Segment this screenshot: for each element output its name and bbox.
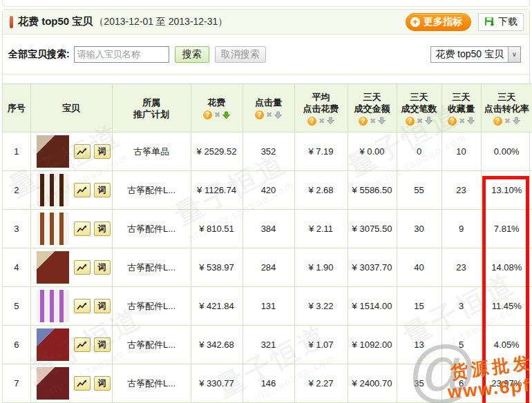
trend-chart-button[interactable]: [74, 299, 91, 313]
trend-chart-icon: [77, 340, 87, 349]
cell-avg-cpc: ¥ 2.68: [294, 171, 348, 210]
column-header-0: 序号: [3, 84, 30, 132]
help-icon[interactable]: ?: [448, 117, 457, 126]
trend-chart-button[interactable]: [74, 222, 91, 236]
keyword-button[interactable]: 词: [94, 299, 111, 313]
sort-down-icon[interactable]: [327, 117, 334, 125]
cell-avg-cpc: ¥ 2.27: [294, 364, 348, 403]
cell-amount: ¥ 0.00: [348, 132, 397, 171]
table-row: 3词古筝配件L...¥ 810.51384¥ 2.11¥ 3075.503097…: [3, 210, 532, 248]
trend-chart-button[interactable]: [74, 376, 91, 391]
product-thumbnail[interactable]: [37, 135, 69, 168]
product-thumbnail[interactable]: [37, 290, 69, 322]
more-metrics-button[interactable]: + 更多指标: [406, 13, 471, 31]
column-header-3[interactable]: 花费?✖: [191, 84, 243, 132]
column-header-7[interactable]: 三天成交笔数?✖: [397, 84, 441, 132]
remove-metric-icon[interactable]: ✖: [266, 110, 272, 119]
cell-product: 词: [30, 248, 112, 287]
cell-spend: ¥ 810.51: [191, 210, 243, 248]
remove-metric-icon[interactable]: ✖: [370, 117, 376, 126]
help-icon[interactable]: ?: [406, 117, 415, 126]
cell-avg-cpc: ¥ 1.90: [294, 248, 348, 287]
product-search-input[interactable]: [74, 46, 169, 63]
trend-chart-icon: [77, 224, 87, 233]
sort-down-icon[interactable]: [513, 117, 520, 125]
report-type-select[interactable]: 花费 top50 宝贝 ∨: [430, 46, 521, 63]
help-icon[interactable]: ?: [359, 117, 368, 126]
cell-campaign: 古筝配件L...: [112, 248, 191, 287]
table-row: 1词古筝单品¥ 2529.52352¥ 7.19¥ 0.000100.00%: [3, 132, 532, 171]
table-header-row: 序号宝贝所属推广计划花费?✖点击量?✖平均点击花费?✖三天成交金额?✖三天成交笔…: [3, 84, 532, 132]
product-thumbnail[interactable]: [37, 213, 69, 245]
search-section: 全部宝贝搜索: 搜索 取消搜索 花费 top50 宝贝 ∨: [3, 35, 529, 75]
trend-chart-button[interactable]: [74, 337, 91, 352]
keyword-button[interactable]: 词: [94, 222, 111, 236]
help-icon[interactable]: ?: [307, 117, 316, 126]
cell-clicks: 284: [243, 248, 294, 287]
keyword-button[interactable]: 词: [94, 260, 111, 275]
remove-metric-icon[interactable]: ✖: [504, 117, 511, 126]
cell-amount: ¥ 1514.00: [348, 287, 397, 326]
cell-campaign: 古筝配件L...: [112, 171, 191, 210]
keyword-button[interactable]: 词: [94, 183, 111, 197]
cell-clicks: 321: [243, 326, 294, 364]
help-icon[interactable]: ?: [255, 110, 264, 119]
sort-down-icon[interactable]: [467, 117, 475, 125]
remove-metric-icon[interactable]: ✖: [417, 117, 423, 126]
report-title: 花费 top50 宝贝: [18, 15, 93, 28]
cell-avg-cpc: ¥ 3.22: [294, 287, 348, 326]
keyword-button[interactable]: 词: [94, 144, 111, 159]
trend-chart-icon: [77, 379, 87, 388]
previous-panel-bottom-edge: [2, 0, 530, 7]
cell-avg-cpc: ¥ 2.11: [294, 210, 348, 248]
cell-orders: 0: [397, 132, 441, 171]
column-header-9[interactable]: 三天点击转化率?✖: [481, 84, 532, 132]
trend-chart-button[interactable]: [74, 183, 91, 197]
remove-metric-icon[interactable]: ✖: [459, 117, 465, 126]
trend-chart-icon: [77, 302, 87, 311]
cell-orders: 40: [397, 248, 441, 287]
cancel-search-button[interactable]: 取消搜索: [215, 46, 266, 63]
column-header-4[interactable]: 点击量?✖: [243, 84, 294, 132]
plus-icon: +: [410, 17, 420, 27]
sort-down-icon[interactable]: [222, 111, 230, 119]
help-icon[interactable]: ?: [203, 110, 212, 119]
download-label: 下载: [498, 16, 517, 28]
sort-down-icon[interactable]: [378, 117, 386, 125]
cell-clicks: 146: [243, 364, 294, 403]
cell-spend: ¥ 538.97: [191, 248, 243, 287]
column-header-5[interactable]: 平均点击花费?✖: [294, 84, 348, 132]
product-thumbnail[interactable]: [37, 174, 69, 206]
column-header-1: 宝贝: [30, 84, 112, 132]
more-metrics-label: 更多指标: [424, 16, 462, 28]
cell-favorites: 3: [441, 287, 481, 326]
top50-products-table: 序号宝贝所属推广计划花费?✖点击量?✖平均点击花费?✖三天成交金额?✖三天成交笔…: [3, 83, 532, 403]
column-header-8[interactable]: 三天收藏量?✖: [441, 84, 481, 132]
cell-spend: ¥ 1126.74: [191, 171, 243, 210]
remove-metric-icon[interactable]: ✖: [319, 117, 325, 126]
search-label: 全部宝贝搜索:: [8, 48, 70, 61]
cell-clicks: 420: [243, 171, 294, 210]
cell-conversion: 23.97%: [481, 364, 532, 403]
keyword-button[interactable]: 词: [94, 337, 111, 352]
cell-avg-cpc: ¥ 7.19: [294, 132, 348, 171]
search-button[interactable]: 搜索: [175, 46, 209, 63]
product-thumbnail[interactable]: [37, 328, 69, 361]
product-thumbnail[interactable]: [37, 367, 69, 400]
cell-orders: 15: [397, 287, 441, 326]
trend-chart-button[interactable]: [74, 260, 91, 275]
remove-metric-icon[interactable]: ✖: [214, 110, 220, 119]
sort-down-icon[interactable]: [425, 117, 433, 125]
cell-conversion: 11.45%: [481, 287, 532, 326]
download-button[interactable]: 下载: [478, 13, 524, 31]
trend-chart-button[interactable]: [74, 144, 91, 159]
trend-chart-icon: [77, 263, 87, 272]
product-thumbnail[interactable]: [37, 251, 69, 284]
cell-clicks: 352: [243, 132, 294, 171]
cell-favorites: 6: [441, 364, 481, 403]
column-header-6[interactable]: 三天成交金额?✖: [348, 84, 397, 132]
sort-down-icon[interactable]: [274, 111, 282, 119]
help-icon[interactable]: ?: [493, 117, 502, 126]
keyword-button[interactable]: 词: [94, 376, 111, 391]
chevron-down-icon: ∨: [508, 47, 520, 62]
